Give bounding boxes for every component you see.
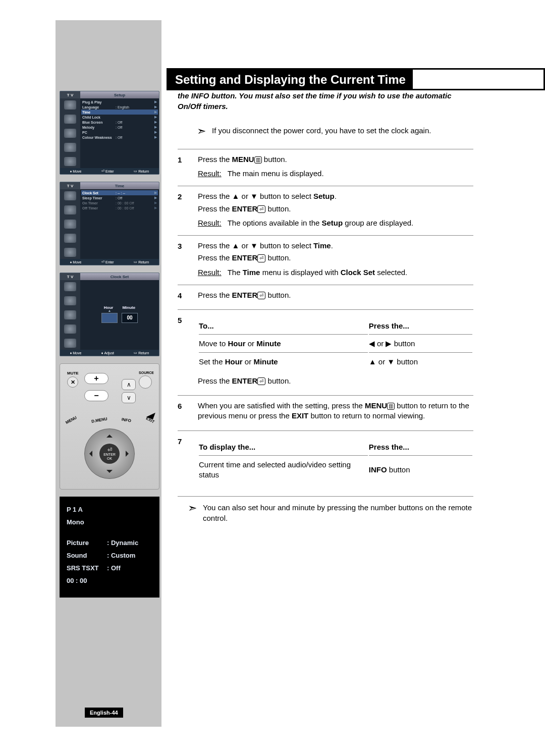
osd-row-dim: Off Timer: 00 : 00 Off▶ bbox=[81, 205, 158, 210]
step-6: 6 When you are satisfied with the settin… bbox=[178, 395, 473, 430]
osd-icon bbox=[64, 100, 76, 110]
dpad-up-icon[interactable] bbox=[106, 431, 113, 438]
th-display: To display the... bbox=[199, 439, 368, 456]
osd-list: Clock Set: -- : --▶ Sleep Timer: Off▶ On… bbox=[80, 189, 159, 259]
step-7: 7 To display the... Press the... Current… bbox=[178, 430, 473, 497]
step-2: 2 Press the ▲ or ▼ button to select Setu… bbox=[178, 186, 473, 235]
osd-tv-label: T V bbox=[60, 182, 80, 189]
osd-footer-adjust: ♦ Adjust bbox=[101, 351, 114, 355]
info-k: Picture bbox=[67, 539, 107, 547]
osd-footer: ♦ Move ♦ Adjust ▭ Return bbox=[60, 350, 159, 356]
osd-icon bbox=[64, 157, 76, 166]
td: ◀ or ▶ button bbox=[369, 336, 472, 352]
minute-box: 00 bbox=[122, 313, 138, 323]
osd-icon bbox=[64, 296, 76, 305]
th-press: Press the... bbox=[369, 318, 472, 335]
info-panel: P 1 A Mono Picture: Dynamic Sound: Custo… bbox=[60, 497, 159, 598]
osd-row: Blue Screen: Off▶ bbox=[81, 120, 158, 125]
osd-row: Sleep Timer: Off▶ bbox=[81, 195, 158, 200]
osd-row: Language: English▶ bbox=[81, 104, 158, 110]
enter-glyph-icon: ⏎ bbox=[257, 377, 265, 386]
td: Set the Hour or Minute bbox=[199, 354, 368, 370]
osd-footer-enter: ⏎ Enter bbox=[101, 169, 114, 173]
dmenu-label: D.MENU bbox=[90, 411, 108, 428]
page-title: Setting and Displaying the Current Time bbox=[168, 70, 413, 90]
enter-glyph-icon: ⏎ bbox=[257, 254, 265, 262]
osd-icon-column bbox=[60, 98, 80, 168]
osd-footer: ♦ Move ⏎ Enter ▭ Return bbox=[60, 168, 159, 174]
osd-icon-column bbox=[60, 189, 80, 259]
step-num: 7 bbox=[178, 436, 189, 490]
osd-clockset-menu: T V Clock Set Hour Minute bbox=[60, 273, 159, 356]
volume-down-button[interactable]: − bbox=[84, 390, 108, 401]
td: Move to Hour or Minute bbox=[199, 336, 368, 352]
osd-footer-move: ♦ Move bbox=[70, 260, 82, 264]
info-k: 00 : 00 bbox=[67, 577, 107, 584]
info-v: : Dynamic bbox=[107, 539, 138, 547]
sidebar: T V Setup Plug & Play▶ Language: English… bbox=[56, 20, 161, 727]
step5-table: To... Press the... Move to Hour or Minut… bbox=[198, 317, 473, 371]
osd-footer-move: ♦ Move bbox=[70, 169, 82, 173]
mono-label: Mono bbox=[67, 518, 84, 526]
osd-footer-return: ▭ Return bbox=[134, 260, 149, 264]
step-num: 5 bbox=[178, 315, 189, 388]
clockset-body: Hour Minute 00 bbox=[80, 280, 159, 350]
menu-glyph-icon: ▥ bbox=[387, 403, 395, 410]
step7-table: To display the... Press the... Current t… bbox=[198, 438, 473, 484]
osd-tv-label: T V bbox=[60, 273, 80, 280]
osd-row-dim: On Timer: 00 : 00 Off▶ bbox=[81, 200, 158, 205]
osd-time-menu: T V Time Clock Set: -- : --▶ Sleep Timer… bbox=[60, 182, 159, 265]
main-content: You can set the TV's clock so that the c… bbox=[161, 20, 489, 727]
step-num: 4 bbox=[178, 290, 189, 302]
info-v: : Custom bbox=[107, 552, 135, 559]
osd-icon bbox=[64, 234, 76, 243]
minute-label: Minute bbox=[122, 305, 135, 310]
osd-icon bbox=[64, 115, 76, 124]
step-4: 4 Press the ENTER⏎ button. bbox=[178, 285, 473, 309]
pointer-icon: ➣ bbox=[197, 126, 206, 137]
source-button[interactable] bbox=[139, 375, 152, 389]
enter-button[interactable]: ⏎ ENTER OK bbox=[99, 444, 120, 464]
osd-row: Colour Weakness: Off▶ bbox=[81, 135, 158, 140]
osd-list: Plug & Play▶ Language: English▶ Time▶ Ch… bbox=[80, 98, 159, 168]
osd-footer: ♦ Move ⏎ Enter ▭ Return bbox=[60, 259, 159, 265]
osd-icon bbox=[64, 191, 76, 200]
mute-button[interactable]: ✕ bbox=[67, 376, 78, 388]
step-3: 3 Press the ▲ or ▼ button to select Time… bbox=[178, 235, 473, 285]
channel-up-button[interactable]: ∧ bbox=[122, 379, 136, 390]
osd-footer-return: ▭ Return bbox=[134, 351, 149, 355]
osd-title: Clock Set bbox=[80, 273, 159, 280]
osd-footer-move: ♦ Move bbox=[70, 351, 82, 355]
menu-label: MENU bbox=[62, 410, 80, 429]
osd-footer-enter: ⏎ Enter bbox=[101, 260, 114, 264]
osd-icon bbox=[64, 220, 76, 229]
dpad-left-icon[interactable] bbox=[86, 451, 92, 457]
osd-icon bbox=[64, 129, 76, 138]
osd-row: Melody: Off▶ bbox=[81, 125, 158, 130]
osd-tv-label: T V bbox=[60, 91, 80, 98]
footer-note-text: You can also set hour and minute by pres… bbox=[203, 503, 473, 523]
td: Current time and selected audio/video se… bbox=[199, 457, 368, 483]
info-label: INFO bbox=[121, 412, 133, 428]
mute-label: MUTE ✕ bbox=[67, 371, 79, 388]
osd-icon bbox=[64, 282, 76, 291]
dpad-down-icon[interactable] bbox=[106, 470, 113, 476]
osd-footer-return: ▭ Return bbox=[134, 169, 149, 173]
td: INFO button bbox=[369, 457, 472, 483]
osd-icon bbox=[64, 205, 76, 214]
disconnect-note: ➣ If you disconnect the power cord, you … bbox=[178, 126, 473, 137]
channel-down-button[interactable]: ∨ bbox=[122, 392, 136, 403]
step-5: 5 To... Press the... Move to Hour or Min… bbox=[178, 309, 473, 395]
osd-setup-menu: T V Setup Plug & Play▶ Language: English… bbox=[60, 91, 159, 175]
step-num: 1 bbox=[178, 154, 189, 179]
osd-title: Setup bbox=[80, 91, 159, 98]
osd-row: Child Lock▶ bbox=[81, 115, 158, 120]
osd-icon bbox=[64, 339, 76, 348]
osd-row: Plug & Play▶ bbox=[81, 99, 158, 104]
volume-up-button[interactable]: + bbox=[84, 373, 108, 384]
osd-row: PC▶ bbox=[81, 130, 158, 135]
dpad-right-icon[interactable] bbox=[126, 451, 132, 457]
th-to: To... bbox=[199, 318, 368, 335]
menu-glyph-icon: ▥ bbox=[254, 156, 262, 164]
enter-glyph-icon: ⏎ bbox=[257, 292, 265, 300]
